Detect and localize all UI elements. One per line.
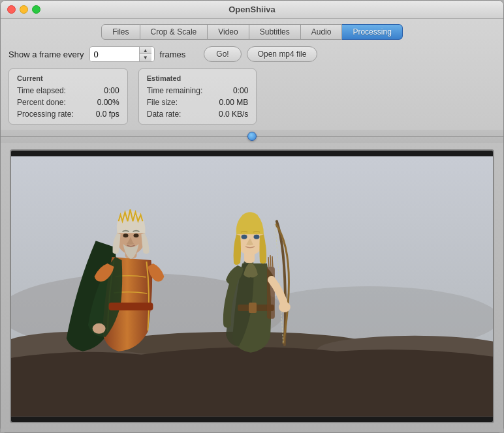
svg-point-12 [93,323,106,334]
controls-area: Files Crop & Scale Video Subtitles Audio… [1,19,503,130]
tab-video[interactable]: Video [208,24,249,40]
svg-rect-19 [267,267,275,319]
minimize-button[interactable] [20,5,28,14]
processing-rate-value: 0.0 fps [74,110,119,119]
video-area [1,143,503,432]
frame-stepper: ▲ ▼ [139,47,151,61]
percent-done-row: Percent done: 0.00% [17,98,119,107]
video-frame [10,149,494,423]
time-remaining-row: Time remaining: 0:00 [147,86,249,95]
frame-control-row: Show a frame every ▲ ▼ frames Go! Open m… [8,46,496,62]
percent-done-value: 0.00% [74,98,119,107]
estimated-panel-title: Estimated [147,74,249,82]
title-bar: OpenShiiva [1,1,503,19]
stepper-down[interactable]: ▼ [140,54,151,61]
file-size-label: File size: [147,98,178,107]
progress-dot [247,132,257,141]
maximize-button[interactable] [32,5,40,14]
tab-processing[interactable]: Processing [342,24,402,40]
svg-point-11 [133,233,138,237]
svg-point-10 [123,233,129,237]
show-frame-label: Show a frame every [8,50,84,59]
tab-subtitles[interactable]: Subtitles [249,24,301,40]
file-size-row: File size: 0.00 MB [147,98,249,107]
window-controls [7,5,40,14]
time-elapsed-label: Time elapsed: [17,86,66,95]
svg-point-18 [253,235,259,239]
tab-audio[interactable]: Audio [301,24,343,40]
stats-row: Current Time elapsed: 0:00 Percent done:… [8,68,496,125]
main-window: OpenShiiva Files Crop & Scale Video Subt… [0,0,504,433]
svg-line-22 [272,256,273,267]
movie-scene [11,151,493,422]
processing-rate-label: Processing rate: [17,110,74,119]
svg-line-21 [270,255,271,267]
tab-files[interactable]: Files [101,24,140,40]
time-remaining-label: Time remaining: [147,86,203,95]
estimated-panel: Estimated Time remaining: 0:00 File size… [138,68,257,125]
data-rate-value: 0.0 KB/s [202,110,248,119]
tab-bar: Files Crop & Scale Video Subtitles Audio… [8,24,496,40]
stepper-up[interactable]: ▲ [140,47,151,54]
file-size-value: 0.00 MB [202,98,248,107]
close-button[interactable] [7,5,16,14]
data-rate-label: Data rate: [147,110,181,119]
current-panel-title: Current [17,74,119,82]
time-remaining-value: 0:00 [202,86,248,95]
open-mp4-button[interactable]: Open mp4 file [247,46,318,62]
go-button[interactable]: Go! [204,46,241,62]
tab-crop-scale[interactable]: Crop & Scale [140,24,208,40]
window-title: OpenShiiva [228,5,276,14]
time-elapsed-value: 0:00 [74,86,119,95]
data-rate-row: Data rate: 0.0 KB/s [147,110,249,119]
frame-input[interactable] [90,48,139,61]
svg-line-20 [268,257,269,267]
svg-rect-7 [109,303,153,310]
svg-point-17 [242,235,247,239]
time-elapsed-row: Time elapsed: 0:00 [17,86,119,95]
current-panel: Current Time elapsed: 0:00 Percent done:… [8,68,128,125]
percent-done-label: Percent done: [17,98,66,107]
processing-rate-row: Processing rate: 0.0 fps [17,110,119,119]
frames-label: frames [160,50,186,59]
svg-point-23 [279,302,291,312]
frame-input-wrap: ▲ ▼ [89,46,155,62]
svg-rect-14 [249,303,257,313]
divider-area [1,130,503,143]
